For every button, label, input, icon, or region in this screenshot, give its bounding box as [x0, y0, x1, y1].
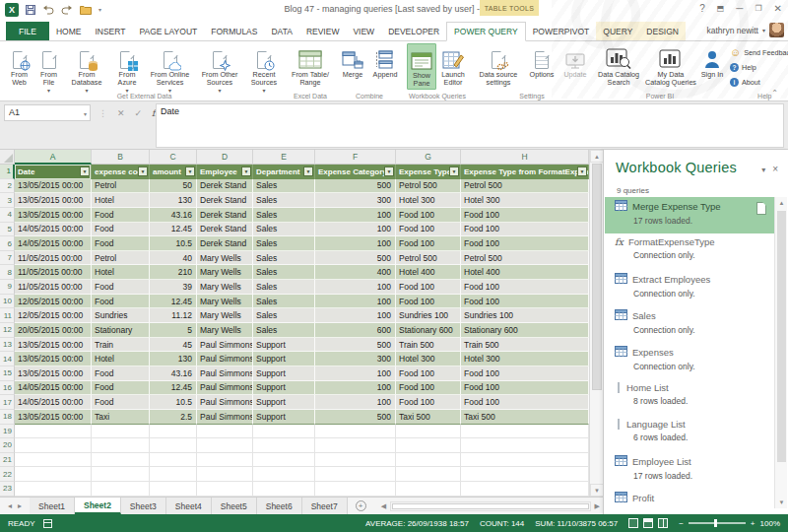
cell[interactable]: 100 [315, 280, 396, 295]
cell[interactable]: 300 [315, 193, 396, 208]
cell[interactable] [197, 453, 253, 468]
cell[interactable]: 14/05/2015 00:00 [15, 381, 92, 396]
scrollbar-thumb[interactable] [777, 211, 786, 462]
tab-powerpivot[interactable]: POWERPIVOT [526, 22, 597, 40]
table-header-cell[interactable]: Expense Category▼ [315, 165, 396, 179]
from-online-services-button[interactable]: From Online Services▾ [146, 43, 194, 95]
row-header-12[interactable]: 12 [0, 323, 15, 338]
cell[interactable] [396, 425, 461, 439]
cell[interactable]: 14/05/2015 00:00 [15, 395, 92, 410]
sheet-tab-sheet6[interactable]: Sheet6 [257, 498, 302, 514]
cell[interactable] [197, 425, 253, 439]
from-database-button[interactable]: From Database▾ [65, 43, 108, 95]
scroll-right-icon[interactable]: ▶ [592, 502, 603, 510]
tab-view[interactable]: VIEW [346, 22, 381, 40]
cell[interactable]: 20/05/2015 00:00 [15, 323, 92, 338]
page-break-view-icon[interactable] [658, 518, 668, 528]
cell[interactable]: Food [92, 236, 150, 251]
cell[interactable]: Petrol 500 [461, 251, 589, 266]
about-button[interactable]: i About [730, 75, 788, 89]
cell[interactable]: Food 100 [396, 208, 461, 223]
row-header-3[interactable]: 3 [0, 193, 15, 208]
cell[interactable]: 13/05/2015 00:00 [15, 338, 92, 353]
from-table-range-button[interactable]: From Table/ Range [289, 43, 332, 88]
sheet-tab-sheet1[interactable]: Sheet1 [30, 498, 75, 514]
cell[interactable] [92, 467, 150, 482]
cell[interactable]: Train [92, 338, 150, 353]
column-header-E[interactable]: E [253, 150, 315, 165]
row-header-9[interactable]: 9 [0, 280, 15, 295]
cell[interactable] [253, 453, 315, 468]
cell[interactable] [150, 438, 197, 453]
cell[interactable]: 12.45 [150, 295, 197, 309]
cell[interactable]: Derek Stand [197, 223, 253, 237]
cell[interactable]: Mary Wells [197, 265, 253, 280]
page-layout-view-icon[interactable] [643, 518, 653, 528]
cell[interactable]: Hotel 300 [396, 352, 461, 366]
cell[interactable]: Mary Wells [197, 280, 253, 295]
cell[interactable]: Food [92, 280, 150, 295]
cell[interactable]: Sundries [92, 308, 150, 323]
cell[interactable] [461, 438, 589, 453]
row-header-6[interactable]: 6 [0, 236, 15, 251]
from-azure-button[interactable]: From Azure▾ [111, 43, 143, 95]
cell[interactable] [92, 425, 150, 439]
cell[interactable] [197, 482, 253, 497]
cell[interactable]: Hotel 400 [461, 265, 589, 280]
cell[interactable]: Food 100 [396, 295, 461, 309]
cell[interactable]: Hotel 300 [461, 193, 589, 208]
show-pane-button[interactable]: Show Pane [407, 43, 436, 90]
cell[interactable] [15, 453, 92, 468]
tab-review[interactable]: REVIEW [299, 22, 347, 40]
cell[interactable]: Petrol 500 [396, 179, 461, 194]
cell[interactable] [150, 453, 197, 468]
row-header-20[interactable]: 20 [0, 438, 15, 453]
cell[interactable] [461, 467, 589, 482]
cell[interactable] [253, 467, 315, 482]
cell[interactable]: 45 [150, 338, 197, 353]
row-header-21[interactable]: 21 [0, 453, 15, 468]
select-all-corner[interactable] [0, 150, 15, 165]
cell[interactable]: Food [92, 208, 150, 223]
cell[interactable] [396, 453, 461, 468]
cell[interactable]: Sales [253, 251, 315, 266]
cell[interactable]: Petrol 500 [461, 179, 589, 194]
next-sheet-icon[interactable]: ▸ [18, 501, 22, 510]
cell[interactable]: Support [253, 352, 315, 366]
table-header-cell[interactable]: Expense Type from FormatExpense▼ [461, 165, 589, 179]
collapse-ribbon-icon[interactable]: ⌃ [771, 89, 778, 98]
cell[interactable] [315, 467, 396, 482]
cell[interactable]: 500 [315, 251, 396, 266]
column-header-A[interactable]: A [15, 150, 92, 165]
column-header-D[interactable]: D [197, 150, 253, 165]
cell[interactable]: 40 [150, 251, 197, 266]
filter-dropdown-icon[interactable]: ▼ [138, 166, 148, 176]
cell[interactable] [253, 425, 315, 439]
panel-options-caret-icon[interactable]: ▾ [756, 166, 770, 174]
sheet-tab-sheet7[interactable]: Sheet7 [302, 498, 348, 514]
sign-in-button[interactable]: Sign In [700, 43, 724, 79]
my-data-catalog-queries-button[interactable]: My Data Catalog Queries [645, 43, 696, 88]
cell[interactable]: Food 100 [396, 395, 461, 410]
row-header-23[interactable]: 23 [0, 482, 15, 497]
zoom-slider[interactable] [689, 522, 746, 524]
cell[interactable]: Food [92, 295, 150, 309]
row-header-15[interactable]: 15 [0, 366, 15, 381]
table-header-cell[interactable]: expense code▼ [92, 165, 150, 179]
row-header-19[interactable]: 19 [0, 425, 15, 439]
send-feedback-button[interactable]: ☺ Send Feedback ▾ [730, 45, 788, 59]
query-item[interactable]: Profit [605, 489, 774, 512]
recent-sources-button[interactable]: Recent Sources▾ [245, 43, 283, 95]
table-header-cell[interactable]: Date▼ [15, 165, 92, 179]
cell[interactable]: 100 [315, 223, 396, 237]
cell[interactable]: Hotel [92, 352, 150, 366]
cell[interactable]: Mary Wells [197, 295, 253, 309]
cell[interactable]: Taxi [92, 410, 150, 425]
cell[interactable]: 210 [150, 265, 197, 280]
cell[interactable]: Support [253, 366, 315, 381]
cell[interactable]: 39 [150, 280, 197, 295]
cell[interactable]: Food [92, 381, 150, 396]
cell[interactable]: Food 100 [396, 280, 461, 295]
launch-editor-button[interactable]: Launch Editor [438, 43, 468, 88]
query-item[interactable]: Language List6 rows loaded. [605, 416, 774, 452]
